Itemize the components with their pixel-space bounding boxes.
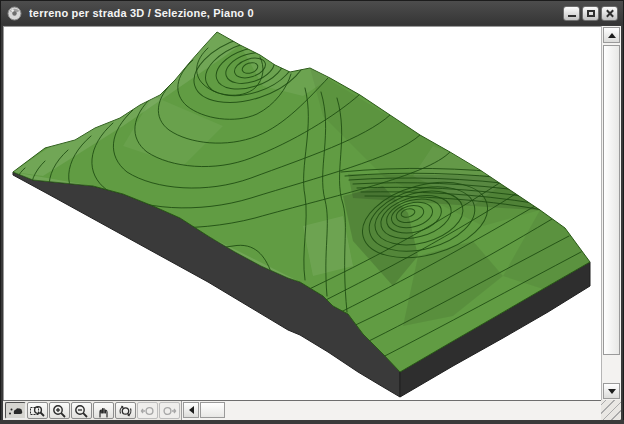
arrow-up-icon [608, 33, 616, 38]
3d-window-icon [7, 6, 22, 21]
window-controls [563, 6, 618, 21]
zoom-area-button[interactable] [27, 402, 48, 419]
zoom-in-button[interactable] [49, 402, 70, 419]
zoom-out-button[interactable] [71, 402, 92, 419]
previous-zoom-icon [139, 404, 156, 418]
horizontal-scroll-thumb[interactable] [200, 402, 225, 418]
vertical-scroll-thumb[interactable] [603, 45, 620, 355]
pan-hand-icon [95, 404, 112, 418]
next-zoom-button[interactable] [159, 402, 180, 419]
vertical-scrollbar[interactable] [601, 26, 621, 400]
close-button[interactable] [601, 6, 618, 21]
3d-viewport[interactable] [3, 26, 601, 400]
pan-button[interactable] [93, 402, 114, 419]
terrain-model [3, 26, 601, 400]
next-zoom-icon [161, 404, 178, 418]
arrow-down-icon [608, 389, 616, 394]
fit-in-window-icon [117, 404, 134, 418]
scroll-down-button[interactable] [603, 383, 620, 399]
zoom-out-icon [73, 404, 90, 418]
walk-through-3d-icon [7, 404, 24, 418]
minimize-icon [568, 15, 576, 17]
maximize-icon [587, 10, 595, 17]
resize-grip[interactable] [601, 400, 621, 420]
window-frame [0, 420, 624, 424]
previous-zoom-button[interactable] [137, 402, 158, 419]
zoom-in-icon [51, 404, 68, 418]
titlebar[interactable]: terreno per strada 3D / Selezione, Piano… [1, 1, 623, 25]
scroll-up-button[interactable] [603, 27, 620, 43]
maximize-button[interactable] [582, 6, 599, 21]
window-title: terreno per strada 3D / Selezione, Piano… [29, 7, 563, 19]
navigation-toolbar [3, 401, 181, 420]
fit-in-window-button[interactable] [115, 402, 136, 419]
close-icon [605, 9, 614, 18]
walk-through-button[interactable] [5, 402, 26, 419]
application-window: terreno per strada 3D / Selezione, Piano… [0, 0, 624, 424]
arrow-left-icon [189, 406, 194, 414]
bottom-bar [3, 400, 621, 420]
zoom-area-icon [29, 404, 46, 418]
horizontal-scrollbar[interactable] [181, 401, 621, 420]
scroll-left-button[interactable] [183, 402, 199, 418]
minimize-button[interactable] [563, 6, 580, 21]
